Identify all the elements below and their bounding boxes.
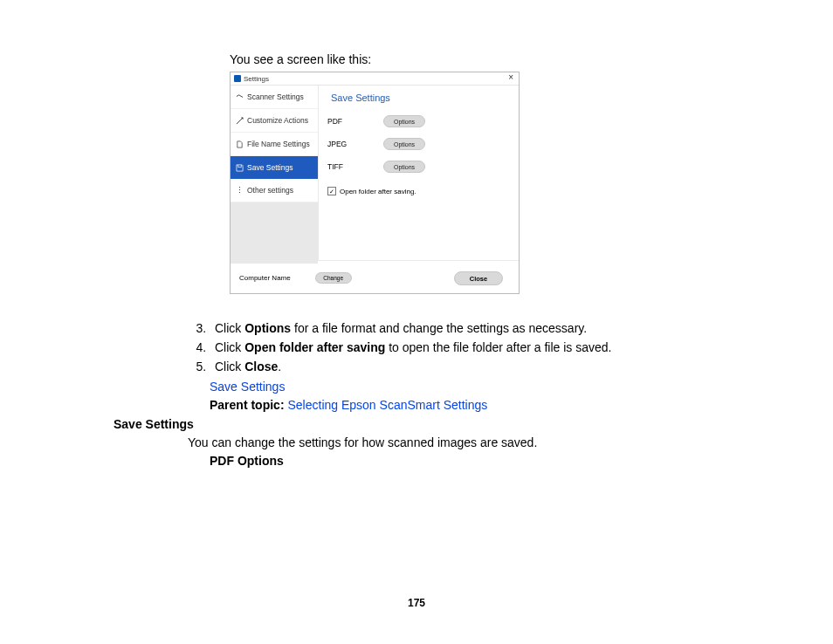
step-text: to open the file folder after a file is … — [385, 340, 611, 354]
sidebar-item-label: Save Settings — [247, 163, 293, 172]
sidebar-filler — [231, 202, 318, 264]
options-button-pdf[interactable]: Options — [383, 115, 425, 127]
window-titlebar: Settings × — [231, 72, 519, 86]
step-strong: Options — [244, 321, 291, 335]
related-link-row: Save Settings — [210, 380, 285, 394]
page-number: 175 — [0, 597, 833, 609]
computer-name-label: Computer Name — [239, 274, 291, 282]
change-button[interactable]: Change — [315, 272, 352, 284]
main-panel-title: Save Settings — [331, 92, 510, 103]
sidebar-item-label: Other settings — [247, 186, 293, 195]
format-label: TIFF — [327, 162, 383, 171]
sidebar-item-scanner-settings[interactable]: Scanner Settings — [231, 86, 318, 109]
options-button-jpeg[interactable]: Options — [383, 138, 425, 150]
format-label: PDF — [327, 117, 383, 126]
open-folder-label: Open folder after saving. — [340, 188, 416, 195]
step-text: Click — [215, 340, 244, 354]
step-4: Click Open folder after saving to open t… — [210, 338, 672, 357]
file-icon — [236, 140, 244, 148]
step-text: Click — [215, 360, 244, 373]
sidebar-item-label: File Name Settings — [247, 140, 310, 148]
format-label: JPEG — [327, 140, 383, 148]
step-text: Click — [215, 321, 244, 335]
settings-main: Save Settings PDF Options JPEG Options T… — [319, 86, 519, 260]
section-heading: Save Settings — [114, 417, 194, 431]
section-body-text: You can change the settings for how scan… — [188, 435, 537, 449]
app-icon — [234, 75, 241, 82]
step-5: Click Close. — [210, 357, 672, 376]
sidebar-item-other[interactable]: ⋮ Other settings — [231, 179, 318, 202]
close-button[interactable]: Close — [454, 271, 503, 285]
step-strong: Open folder after saving — [244, 340, 385, 354]
close-icon[interactable]: × — [508, 72, 513, 82]
sidebar-item-file-name[interactable]: File Name Settings — [231, 133, 318, 156]
save-icon — [236, 164, 244, 172]
parent-topic-row: Parent topic: Selecting Epson ScanSmart … — [210, 398, 487, 412]
window-title: Settings — [244, 75, 269, 83]
format-row-pdf: PDF Options — [327, 110, 510, 133]
step-text: . — [278, 360, 281, 373]
options-button-tiff[interactable]: Options — [383, 161, 425, 173]
intro-text: You see a screen like this: — [230, 52, 371, 66]
sidebar-item-save-settings[interactable]: Save Settings — [231, 156, 318, 179]
settings-screenshot: Settings × Scanner Settings Customize Ac… — [230, 72, 520, 294]
sidebar-item-label: Customize Actions — [247, 116, 308, 125]
step-3: Click Options for a file format and chan… — [210, 319, 672, 338]
parent-topic-link[interactable]: Selecting Epson ScanSmart Settings — [287, 398, 487, 412]
step-text: for a file format and change the setting… — [291, 321, 587, 335]
format-row-tiff: TIFF Options — [327, 155, 510, 178]
open-folder-row: ✓ Open folder after saving. — [327, 187, 510, 195]
instruction-steps: Click Options for a file format and chan… — [183, 319, 672, 376]
parent-topic-label: Parent topic: — [210, 398, 287, 412]
subsection-heading: PDF Options — [210, 454, 284, 468]
sidebar-item-label: Scanner Settings — [247, 92, 304, 101]
save-settings-link[interactable]: Save Settings — [210, 380, 285, 394]
step-strong: Close — [244, 360, 278, 373]
scanner-icon — [236, 93, 244, 101]
sidebar-item-customize-actions[interactable]: Customize Actions — [231, 109, 318, 133]
format-row-jpeg: JPEG Options — [327, 133, 510, 155]
settings-footer: Computer Name Change Close — [231, 260, 519, 294]
open-folder-checkbox[interactable]: ✓ — [327, 187, 336, 195]
settings-sidebar: Scanner Settings Customize Actions File … — [231, 86, 319, 260]
actions-icon — [236, 117, 244, 125]
more-icon: ⋮ — [236, 187, 244, 195]
